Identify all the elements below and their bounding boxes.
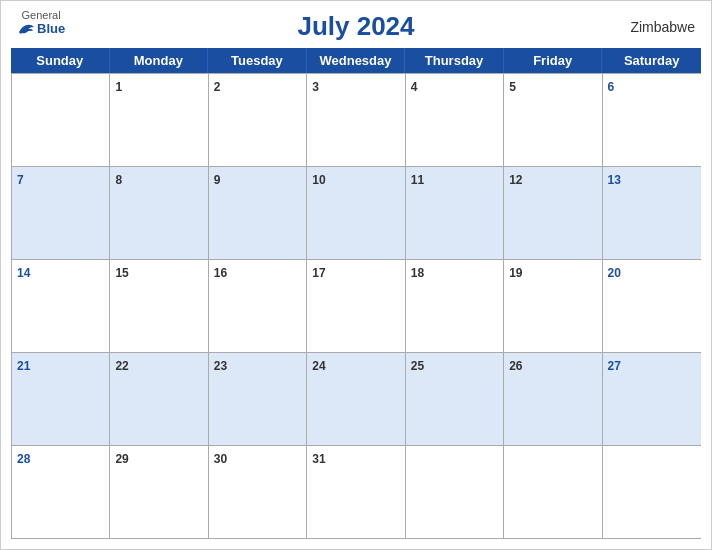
cell-15: 15 [110, 259, 208, 352]
calendar-body: - 1 2 3 4 5 6 7 8 9 10 11 12 13 14 15 [11, 73, 701, 539]
cell-9: 9 [209, 166, 307, 259]
cell-2: 2 [209, 73, 307, 166]
calendar-week-4: 21 22 23 24 25 26 27 [12, 352, 701, 445]
cell-4: 4 [406, 73, 504, 166]
cell-25: 25 [406, 352, 504, 445]
calendar-page: General Blue July 2024 Zimbabwe Sunday M… [0, 0, 712, 550]
cell-30: 30 [209, 445, 307, 538]
header-sunday: Sunday [11, 48, 110, 73]
cell-24: 24 [307, 352, 405, 445]
cell-5: 5 [504, 73, 602, 166]
cell-8: 8 [110, 166, 208, 259]
logo: General Blue [17, 9, 65, 36]
country-label: Zimbabwe [630, 19, 695, 35]
cell-14: 14 [12, 259, 110, 352]
cell-18: 18 [406, 259, 504, 352]
cell-10: 10 [307, 166, 405, 259]
calendar-week-1: - 1 2 3 4 5 6 [12, 73, 701, 166]
calendar-header: General Blue July 2024 Zimbabwe [1, 1, 711, 48]
cell-empty-2 [406, 445, 504, 538]
cell-27: 27 [603, 352, 701, 445]
header-saturday: Saturday [602, 48, 701, 73]
header-tuesday: Tuesday [208, 48, 307, 73]
cell-26: 26 [504, 352, 602, 445]
cell-28: 28 [12, 445, 110, 538]
cell-23: 23 [209, 352, 307, 445]
header-wednesday: Wednesday [307, 48, 406, 73]
cell-22: 22 [110, 352, 208, 445]
logo-blue: Blue [17, 21, 65, 36]
cell-13: 13 [603, 166, 701, 259]
cell-empty-4 [603, 445, 701, 538]
cell-1: 1 [110, 73, 208, 166]
cell-12: 12 [504, 166, 602, 259]
cell-21: 21 [12, 352, 110, 445]
cell-16: 16 [209, 259, 307, 352]
calendar-grid: Sunday Monday Tuesday Wednesday Thursday… [11, 48, 701, 539]
cell-29: 29 [110, 445, 208, 538]
cell-11: 11 [406, 166, 504, 259]
calendar-week-2: 7 8 9 10 11 12 13 [12, 166, 701, 259]
header-friday: Friday [504, 48, 603, 73]
logo-bird-icon [17, 22, 35, 36]
calendar-weekday-header: Sunday Monday Tuesday Wednesday Thursday… [11, 48, 701, 73]
header-monday: Monday [110, 48, 209, 73]
cell-empty-1: - [12, 73, 110, 166]
cell-7: 7 [12, 166, 110, 259]
cell-empty-3 [504, 445, 602, 538]
header-thursday: Thursday [405, 48, 504, 73]
cell-19: 19 [504, 259, 602, 352]
cell-3: 3 [307, 73, 405, 166]
cell-20: 20 [603, 259, 701, 352]
cell-6: 6 [603, 73, 701, 166]
cell-31: 31 [307, 445, 405, 538]
calendar-week-5: 28 29 30 31 [12, 445, 701, 538]
logo-general: General [22, 9, 61, 21]
calendar-week-3: 14 15 16 17 18 19 20 [12, 259, 701, 352]
cell-17: 17 [307, 259, 405, 352]
page-title: July 2024 [297, 11, 414, 42]
